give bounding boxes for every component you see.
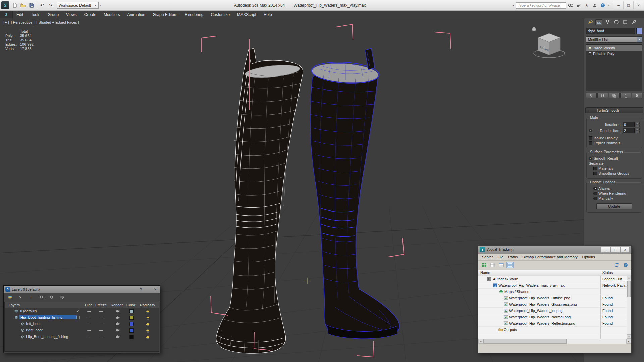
redo-button[interactable]: ↷ bbox=[46, 1, 55, 9]
pin-stack-button[interactable] bbox=[586, 93, 597, 98]
hide-toggle[interactable]: — bbox=[87, 322, 91, 326]
modifier-enabled-icon[interactable] bbox=[588, 46, 591, 49]
select-layer-objects-button[interactable] bbox=[38, 294, 45, 300]
add-to-layer-button[interactable]: + bbox=[28, 294, 34, 300]
asset-tracking-titlebar[interactable]: 3 Asset Tracking – □ × bbox=[478, 246, 631, 254]
object-name[interactable]: left_boot bbox=[26, 322, 40, 326]
menu-graph-editors[interactable]: Graph Editors bbox=[149, 11, 181, 18]
asset-row-vault[interactable]: Autodesk Vault Logged Out ... bbox=[478, 276, 631, 282]
asset-close-button[interactable]: × bbox=[621, 247, 630, 253]
right-boot-wireframe[interactable] bbox=[310, 48, 399, 340]
infocenter-expand-icon[interactable]: ▸ bbox=[512, 4, 515, 7]
object-color-swatch[interactable] bbox=[129, 335, 134, 339]
asset-row-normal-map[interactable]: Waterproof_Hip_Waders_Normal.png Found bbox=[478, 314, 631, 320]
asset-row-reflection-map[interactable]: Waterproof_Hip_Waders_Reflection.png Fou… bbox=[478, 320, 631, 327]
menu-bitmap-performance[interactable]: Bitmap Performance and Memory bbox=[520, 255, 580, 259]
hide-toggle[interactable]: — bbox=[87, 309, 91, 313]
render-iters-checkbox[interactable]: ✓ bbox=[589, 129, 592, 132]
open-file-button[interactable] bbox=[19, 1, 27, 9]
radiosity-toggle-icon[interactable] bbox=[146, 328, 150, 333]
smooth-result-checkbox[interactable]: ✓ bbox=[589, 157, 592, 160]
turbosmooth-rollout-header[interactable]: - TurboSmooth bbox=[585, 107, 643, 113]
object-color-swatch[interactable] bbox=[129, 322, 134, 326]
render-toggle-icon[interactable] bbox=[115, 335, 120, 338]
smoothing-groups-checkbox[interactable] bbox=[593, 172, 597, 175]
menu-tools[interactable]: Tools bbox=[27, 11, 44, 18]
menu-group[interactable]: Group bbox=[44, 11, 62, 18]
app-logo-icon[interactable]: 3 bbox=[1, 1, 9, 9]
layer-dialog-close-button[interactable]: × bbox=[152, 287, 158, 292]
iterations-spinner[interactable]: ▲ ▼ bbox=[636, 122, 640, 127]
freeze-toggle[interactable]: — bbox=[99, 322, 103, 326]
menu-modifiers[interactable]: Modifiers bbox=[100, 11, 124, 18]
render-iters-field[interactable]: 2 bbox=[623, 128, 635, 133]
freeze-toggle[interactable]: — bbox=[99, 309, 103, 313]
spinner-down-icon[interactable]: ▼ bbox=[636, 131, 640, 133]
layer-properties-button[interactable] bbox=[59, 294, 65, 300]
asset-row-max-file[interactable]: 3 Waterproof_Hip_Waders_max_vray.max Net… bbox=[478, 282, 631, 289]
menu-file[interactable]: File bbox=[495, 255, 506, 259]
favorites-button[interactable]: ★ bbox=[583, 2, 590, 9]
menu-views[interactable]: Views bbox=[62, 11, 80, 18]
radiosity-toggle-icon[interactable] bbox=[146, 309, 150, 313]
render-toggle-icon[interactable] bbox=[115, 316, 120, 319]
radiosity-toggle-icon[interactable] bbox=[146, 322, 150, 326]
layer-row-default[interactable]: 0 (default) ✓ — — bbox=[5, 308, 159, 314]
set-current-layer-button[interactable] bbox=[48, 294, 55, 300]
column-layers[interactable]: Layers bbox=[9, 303, 20, 307]
iterations-field[interactable]: 0 bbox=[623, 122, 635, 127]
delete-layer-button[interactable]: × bbox=[17, 294, 24, 300]
communication-center-button[interactable] bbox=[575, 2, 582, 9]
scroll-track[interactable] bbox=[567, 339, 626, 344]
help-dropdown-icon[interactable]: ▾ bbox=[608, 4, 609, 7]
layer-row-hip-boot-object[interactable]: Hip_Boot_hunting_fishing — — bbox=[5, 334, 159, 340]
hide-toggle[interactable]: — bbox=[87, 328, 91, 332]
materials-checkbox[interactable] bbox=[593, 167, 597, 170]
asset-horizontal-scrollbar[interactable]: ◄ ► bbox=[478, 339, 631, 344]
menu-paths[interactable]: Paths bbox=[506, 255, 520, 259]
asset-table[interactable]: Name Status Autodesk Vault Logged Out ..… bbox=[478, 270, 631, 339]
modifier-stack-item-turbosmooth[interactable]: TurboSmooth bbox=[586, 45, 642, 51]
always-radio[interactable] bbox=[593, 187, 597, 190]
tab-hierarchy[interactable] bbox=[604, 19, 611, 25]
layer-name[interactable]: Hip_Boot_hunting_fishing bbox=[19, 315, 77, 319]
modifier-stack[interactable]: TurboSmooth Editable Poly bbox=[586, 44, 642, 91]
render-toggle-icon[interactable] bbox=[115, 322, 120, 325]
isoline-display-checkbox[interactable] bbox=[589, 136, 592, 140]
render-toggle-icon[interactable] bbox=[115, 328, 120, 332]
viewport-menu-view[interactable]: [ Perspective ] bbox=[11, 20, 35, 24]
menu-maxscript[interactable]: MAXScript bbox=[233, 11, 260, 18]
column-status[interactable]: Status bbox=[602, 270, 613, 275]
menu-edit[interactable]: Edit bbox=[13, 11, 27, 18]
save-file-button[interactable] bbox=[27, 1, 36, 9]
configure-modifier-sets-button[interactable] bbox=[632, 93, 642, 98]
hide-toggle[interactable]: — bbox=[87, 315, 91, 319]
table-view-button[interactable] bbox=[489, 262, 496, 268]
render-iters-spinner[interactable]: ▲ ▼ bbox=[636, 128, 640, 133]
modifier-list-dropdown[interactable]: Modifier List ▼ bbox=[586, 36, 642, 43]
viewcube[interactable]: FRONT bbox=[532, 27, 565, 58]
scroll-left-arrow[interactable]: ◄ bbox=[478, 339, 483, 344]
spinner-up-icon[interactable]: ▲ bbox=[636, 128, 640, 130]
layer-dialog[interactable]: 3 Layer: 0 (default) ? × × + Layers bbox=[3, 285, 160, 353]
maximize-button[interactable]: □ bbox=[623, 1, 633, 9]
asset-row-diffuse-map[interactable]: Waterproof_Hip_Waders_Diffuse.png Found bbox=[478, 295, 631, 301]
close-button[interactable]: × bbox=[633, 1, 643, 9]
tab-create[interactable] bbox=[587, 19, 594, 25]
search-input[interactable] bbox=[516, 2, 566, 9]
workspace-selector[interactable]: Workspace: Default ▼ bbox=[57, 2, 99, 9]
left-boot-wireframe[interactable] bbox=[216, 48, 303, 353]
viewcube-home-icon[interactable] bbox=[532, 27, 536, 31]
tab-motion[interactable] bbox=[613, 19, 620, 25]
layer-row-left-boot[interactable]: left_boot — — bbox=[5, 321, 159, 327]
rollout-collapse-icon[interactable]: - bbox=[588, 108, 589, 112]
asset-row-maps-shaders[interactable]: Maps / Shaders bbox=[478, 289, 631, 295]
asset-maximize-button[interactable]: □ bbox=[611, 247, 620, 253]
undo-button[interactable]: ↶ bbox=[38, 1, 46, 9]
manually-radio[interactable] bbox=[593, 197, 597, 200]
tab-display[interactable] bbox=[622, 19, 629, 25]
show-end-result-button[interactable] bbox=[597, 93, 608, 98]
asset-minimize-button[interactable]: – bbox=[601, 247, 610, 253]
application-menu-button[interactable]: 3 bbox=[0, 11, 13, 18]
object-name-field[interactable]: right_boot bbox=[586, 28, 635, 34]
